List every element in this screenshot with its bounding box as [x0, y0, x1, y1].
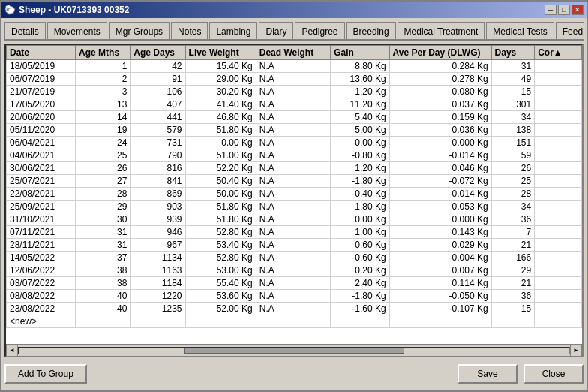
titlebar: 🐑 Sheep - UK0713393 00352 ─ □ ✕: [2, 2, 586, 18]
cell-avepd: -0.014 Kg: [389, 188, 491, 201]
cell-agemths: 38: [76, 277, 130, 290]
scroll-right-button[interactable]: ►: [570, 345, 582, 357]
tab-medtreatment[interactable]: Medical Treatment: [398, 22, 485, 40]
cell-agemths: 3: [76, 86, 130, 98]
col-header-days[interactable]: Days: [491, 46, 535, 60]
table-row[interactable]: 06/04/2021247310.00 KgN.A0.00 Kg0.000 Kg…: [7, 137, 582, 149]
cell-deadweight: N.A: [256, 290, 330, 303]
table-scroll-area[interactable]: Date Age Mths Age Days Live Weight Dead …: [6, 45, 582, 344]
close-button[interactable]: Close: [524, 364, 584, 384]
cell-gain: 8.80 Kg: [331, 60, 389, 73]
cell-agedays: 790: [130, 149, 185, 162]
tab-mgrgroups[interactable]: Mgr Groups: [109, 22, 170, 40]
cell-avepd: 0.159 Kg: [389, 111, 491, 124]
cell-date: 25/09/2021: [7, 201, 76, 213]
table-row[interactable]: 12/06/202238116353.00 KgN.A0.20 Kg0.007 …: [7, 264, 582, 277]
table-row[interactable]: 21/07/2019310630.20 KgN.A1.20 Kg0.080 Kg…: [7, 86, 582, 98]
table-row[interactable]: 17/05/20201340741.40 KgN.A11.20 Kg0.037 …: [7, 98, 582, 111]
col-header-agedays[interactable]: Age Days: [130, 46, 185, 60]
col-header-deadweight[interactable]: Dead Weight: [256, 46, 330, 60]
cell-avepd: 0.007 Kg: [389, 264, 491, 277]
cell-liveweight: 52.80 Kg: [185, 252, 256, 264]
table-row[interactable]: 22/08/20212886950.00 KgN.A-0.40 Kg-0.014…: [7, 188, 582, 201]
tab-movements[interactable]: Movements: [47, 22, 107, 40]
cell-cor: [535, 239, 582, 252]
scroll-left-button[interactable]: ◄: [6, 345, 18, 357]
cell-deadweight: N.A: [256, 277, 330, 290]
col-header-cor[interactable]: Cor▲: [535, 46, 582, 60]
close-window-button[interactable]: ✕: [572, 5, 584, 15]
titlebar-controls: ─ □ ✕: [544, 5, 584, 15]
table-row[interactable]: 25/07/20212784150.40 KgN.A-1.80 Kg-0.072…: [7, 175, 582, 188]
cell-days: 138: [491, 124, 535, 137]
cell-days: 31: [491, 60, 535, 73]
tab-notes[interactable]: Notes: [171, 22, 208, 40]
cell-avepd: 0.114 Kg: [389, 277, 491, 290]
table-row[interactable]: <new>: [7, 315, 582, 328]
tab-details[interactable]: Details: [4, 22, 46, 40]
cell-cor: [535, 252, 582, 264]
table-row[interactable]: 28/11/20213196753.40 KgN.A0.60 Kg0.029 K…: [7, 239, 582, 252]
table-row[interactable]: 25/09/20212990351.80 KgN.A1.80 Kg0.053 K…: [7, 201, 582, 213]
cell-avepd: -0.014 Kg: [389, 149, 491, 162]
cell-deadweight: N.A: [256, 252, 330, 264]
cell-date: 07/11/2021: [7, 226, 76, 239]
table-row[interactable]: 04/06/20212579051.00 KgN.A-0.80 Kg-0.014…: [7, 149, 582, 162]
cell-agedays: 816: [130, 162, 185, 175]
table-row[interactable]: 31/10/20213093951.80 KgN.A0.00 Kg0.000 K…: [7, 213, 582, 226]
cell-avepd: -0.072 Kg: [389, 175, 491, 188]
tab-feeding[interactable]: Feeding: [556, 22, 584, 40]
cell-liveweight: 51.00 Kg: [185, 149, 256, 162]
cell-agedays: 1134: [130, 252, 185, 264]
cell-days: 36: [491, 290, 535, 303]
col-header-gain[interactable]: Gain: [331, 46, 389, 60]
minimize-button[interactable]: ─: [544, 5, 556, 15]
cell-date: 17/05/2020: [7, 98, 76, 111]
tab-medtests[interactable]: Medical Tests: [486, 22, 554, 40]
cell-gain: 1.20 Kg: [331, 86, 389, 98]
maximize-button[interactable]: □: [558, 5, 570, 15]
horizontal-scrollbar[interactable]: ◄ ►: [6, 344, 582, 356]
cell-liveweight: 52.20 Kg: [185, 162, 256, 175]
add-to-group-button[interactable]: Add To Group: [4, 364, 87, 384]
col-header-avepd[interactable]: Ave Per Day (DLWG): [389, 46, 491, 60]
cell-days: 34: [491, 201, 535, 213]
cell-avepd: 0.036 Kg: [389, 124, 491, 137]
col-header-date[interactable]: Date: [7, 46, 76, 60]
table-row[interactable]: 23/08/202240123552.00 KgN.A-1.60 Kg-0.10…: [7, 303, 582, 315]
scrollbar-track[interactable]: [18, 347, 570, 354]
cell-date: 22/08/2021: [7, 188, 76, 201]
table-row[interactable]: 14/05/202237113452.80 KgN.A-0.60 Kg-0.00…: [7, 252, 582, 264]
col-header-agemths[interactable]: Age Mths: [76, 46, 130, 60]
cell-agedays: 579: [130, 124, 185, 137]
cell-gain: 1.20 Kg: [331, 162, 389, 175]
cell-agedays: 841: [130, 175, 185, 188]
table-row[interactable]: 05/11/20201957951.80 KgN.A5.00 Kg0.036 K…: [7, 124, 582, 137]
cell-avepd: 0.037 Kg: [389, 98, 491, 111]
tab-lambing[interactable]: Lambing: [209, 22, 257, 40]
cell-gain: 1.80 Kg: [331, 201, 389, 213]
cell-agemths: 29: [76, 201, 130, 213]
cell-deadweight: N.A: [256, 188, 330, 201]
table-row[interactable]: 20/06/20201444146.80 KgN.A5.40 Kg0.159 K…: [7, 111, 582, 124]
table-row[interactable]: 06/07/201929129.00 KgN.A13.60 Kg0.278 Kg…: [7, 73, 582, 86]
table-row[interactable]: 30/06/20212681652.20 KgN.A1.20 Kg0.046 K…: [7, 162, 582, 175]
tab-breeding[interactable]: Breeding: [346, 22, 396, 40]
cell-deadweight: N.A: [256, 73, 330, 86]
tab-diary[interactable]: Diary: [259, 22, 293, 40]
cell-deadweight: N.A: [256, 137, 330, 149]
cell-cor: [535, 315, 582, 328]
tab-pedigree[interactable]: Pedigree: [295, 22, 344, 40]
table-row[interactable]: 07/11/20213194652.80 KgN.A1.00 Kg0.143 K…: [7, 226, 582, 239]
table-row[interactable]: 18/05/201914215.40 KgN.A8.80 Kg0.284 Kg3…: [7, 60, 582, 73]
col-header-liveweight[interactable]: Live Weight: [185, 46, 256, 60]
cell-gain: 2.40 Kg: [331, 277, 389, 290]
cell-agedays: 967: [130, 239, 185, 252]
table-row[interactable]: 08/08/202240122053.60 KgN.A-1.80 Kg-0.05…: [7, 290, 582, 303]
cell-liveweight: 41.40 Kg: [185, 98, 256, 111]
cell-cor: [535, 226, 582, 239]
save-button[interactable]: Save: [458, 364, 518, 384]
cell-date: 06/04/2021: [7, 137, 76, 149]
table-row[interactable]: 03/07/202238118455.40 KgN.A2.40 Kg0.114 …: [7, 277, 582, 290]
scrollbar-thumb[interactable]: [184, 348, 404, 354]
